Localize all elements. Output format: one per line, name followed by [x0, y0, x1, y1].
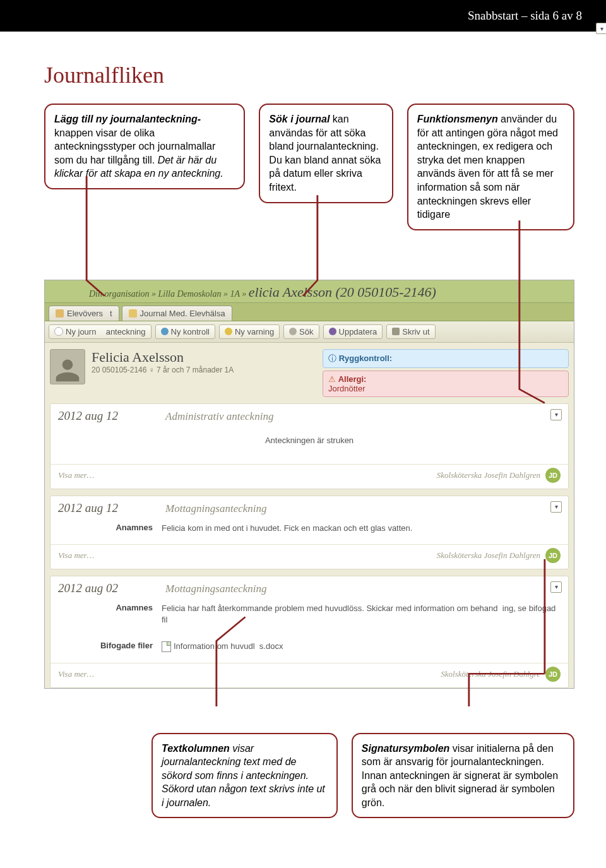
breadcrumb-name: elicia Axelsson (20 050105-2146) — [249, 284, 436, 300]
print-icon — [392, 328, 400, 335]
chevron-down-icon[interactable]: ▾ — [596, 23, 606, 34]
avatar — [50, 349, 85, 384]
page-title: Journalfliken — [44, 62, 574, 88]
entry-type: Mottagningsanteckning — [165, 502, 267, 515]
print-button[interactable]: Skriv ut — [386, 324, 435, 339]
breadcrumb: Din organisation » Lilla Demoskolan » 1A… — [45, 280, 574, 303]
person-icon — [56, 309, 64, 318]
search-icon — [289, 328, 297, 335]
entry-date: 2012 aug 02 — [58, 581, 153, 595]
toolbar: Ny journ anteckning Ny kontroll Ny varni… — [45, 321, 574, 343]
alert-rygg: ⓘ Ryggkontroll: — [323, 349, 569, 368]
alert-title: Allergi: — [338, 374, 367, 384]
entry-value: Felicia har haft återkommande problem me… — [162, 603, 561, 626]
entry-footer: Visa mer… Skolsköterska Josefin Dahlgre … — [50, 663, 568, 685]
signature-badge: JD — [545, 468, 561, 483]
tab-label: Elevövers t — [67, 309, 112, 318]
callout-function-menu: Funktionsmenyn använder du för att antin… — [407, 104, 574, 230]
signature-name: Skolsköterska Josefin Dahlgren — [437, 550, 540, 561]
profile-name: Felicia Axelsson — [92, 349, 316, 366]
new-control-button[interactable]: Ny kontroll — [155, 324, 215, 339]
page-header: Snabbstart – sida 6 av 8 — [0, 0, 606, 32]
update-button[interactable]: Uppdatera — [323, 324, 383, 339]
entry-label: Anamnes — [58, 523, 153, 534]
profile-sub: 20 050105-2146 ♀ 7 år och 7 månader 1A — [92, 366, 316, 374]
entry-date: 2012 aug 12 — [58, 501, 153, 515]
alerts: ▾ ⓘ Ryggkontroll: ⚠ Allergi: Jordnötter — [323, 349, 569, 397]
entry-head: 2012 aug 12 Mottagningsanteckning — [58, 501, 561, 519]
entry-type: Administrativ anteckning — [165, 410, 273, 423]
info-icon — [161, 328, 169, 335]
signature-name: Skolsköterska Josefin Dahlgren — [437, 470, 540, 480]
entry-row: Bifogade filer Information om huvudl s.d… — [58, 629, 561, 656]
bottom-callouts: Textkolumnen visar journalanteckning tex… — [44, 733, 574, 819]
journal-body: Felicia Axelsson 20 050105-2146 ♀ 7 år o… — [45, 343, 574, 688]
entry-footer: Visa mer… Skolsköterska Josefin Dahlgren… — [50, 544, 568, 566]
journal-entry: ▾ 2012 aug 02 Mottagningsanteckning Anam… — [50, 576, 569, 688]
new-warning-button[interactable]: Ny varning — [219, 324, 280, 339]
callout-lead: Signatursymbolen — [362, 743, 450, 754]
entry-menu-button[interactable]: ▾ — [550, 581, 562, 593]
entry-date: 2012 aug 12 — [58, 409, 153, 423]
entry-type: Mottagningsanteckning — [165, 583, 267, 595]
entry-head: 2012 aug 02 Mottagningsanteckning — [58, 581, 561, 599]
show-more-link[interactable]: Visa mer… — [58, 669, 94, 679]
entry-footer: Visa mer… Skolsköterska Josefin Dahlgren… — [50, 464, 568, 486]
callout-text: kan användas för att söka bland journala… — [269, 114, 381, 193]
folder-icon — [129, 309, 137, 318]
signature-badge: JD — [545, 667, 561, 682]
entry-row: Anamnes Felicia har haft återkommande pr… — [58, 599, 561, 629]
tab-elevöversikt[interactable]: Elevövers t — [49, 306, 119, 321]
plus-icon — [54, 327, 63, 336]
signature-name: Skolsköterska Josefin Dahlgre — [441, 669, 540, 679]
app-screenshot: Din organisation » Lilla Demoskolan » 1A… — [44, 280, 574, 689]
top-callouts: Lägg till ny journalanteckning-knappen v… — [44, 104, 574, 230]
show-more-link[interactable]: Visa mer… — [58, 550, 94, 561]
tab-label: Journal Med. Elevhälsa — [140, 309, 225, 318]
callout-signature: Signatursymbolen visar initialerna på de… — [352, 733, 574, 819]
entry-label: Anamnes — [58, 603, 153, 626]
refresh-icon — [329, 328, 336, 335]
entry-value: Felicia kom in med ont i huvudet. Fick e… — [162, 523, 561, 534]
warning-icon — [225, 328, 232, 335]
alert-allergi: ⚠ Allergi: Jordnötter — [323, 371, 569, 397]
show-more-link[interactable]: Visa mer… — [58, 470, 94, 480]
callout-text: använder du för att antingen göra något … — [417, 114, 558, 220]
entry-struck-text: Anteckningen är struken — [58, 427, 561, 458]
journal-entry: ▾ 2012 aug 12 Mottagningsanteckning Anam… — [50, 496, 569, 569]
callout-lead: Funktionsmenyn — [417, 114, 498, 124]
profile-text: Felicia Axelsson 20 050105-2146 ♀ 7 år o… — [92, 349, 316, 397]
page-body: Journalfliken Lägg till ny journalanteck… — [0, 32, 606, 843]
callout-text-column: Textkolumnen visar journalanteckning tex… — [152, 733, 338, 819]
callout-lead: Lägg till ny journalanteckning- — [54, 114, 201, 124]
file-icon — [162, 641, 171, 652]
callout-search: Sök i journal kan användas för att söka … — [259, 104, 393, 203]
entry-label: Bifogade filer — [58, 641, 153, 652]
search-button[interactable]: Sök — [283, 324, 319, 339]
signature-badge: JD — [545, 548, 561, 563]
entry-row: Anamnes Felicia kom in med ont i huvudet… — [58, 519, 561, 538]
callout-lead: Sök i journal — [269, 114, 330, 124]
profile-row: Felicia Axelsson 20 050105-2146 ♀ 7 år o… — [50, 349, 569, 397]
journal-entry: ▾ 2012 aug 12 Administrativ anteckning A… — [50, 403, 569, 489]
tab-journal[interactable]: Journal Med. Elevhälsa — [122, 306, 232, 321]
person-silhouette-icon — [54, 356, 81, 384]
entry-attachment[interactable]: Information om huvudl s.docx — [162, 641, 561, 652]
new-note-button[interactable]: Ny journ anteckning — [49, 324, 152, 339]
alert-body: Jordnötter — [328, 384, 365, 393]
entry-menu-button[interactable]: ▾ — [550, 409, 562, 420]
entry-menu-button[interactable]: ▾ — [550, 501, 562, 513]
tabs-row: Elevövers t Journal Med. Elevhälsa — [45, 303, 574, 321]
callout-lead: Textkolumnen — [162, 743, 230, 754]
callout-new-note: Lägg till ny journalanteckning-knappen v… — [44, 104, 245, 189]
alert-title: Ryggkontroll: — [339, 354, 393, 363]
breadcrumb-path: Din organisation » Lilla Demoskolan » 1A… — [89, 289, 246, 299]
entry-head: 2012 aug 12 Administrativ anteckning — [58, 409, 561, 427]
